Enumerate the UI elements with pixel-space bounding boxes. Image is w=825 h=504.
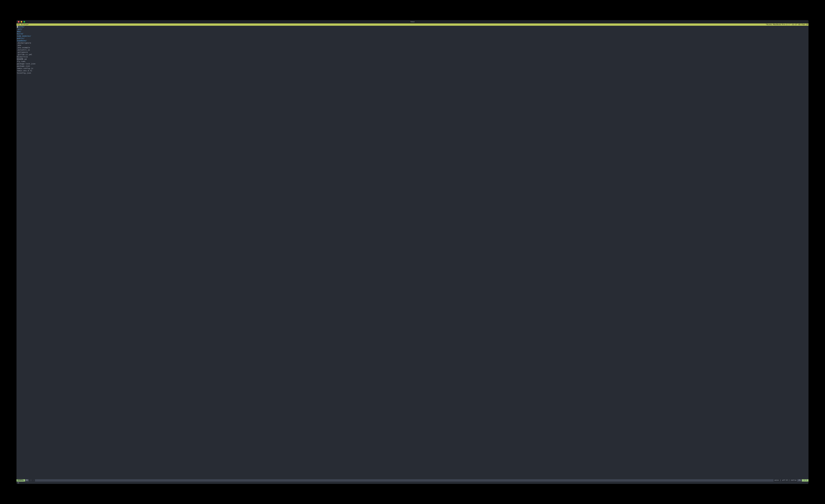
- empty-line: [17, 134, 808, 137]
- editor-content[interactable]: .cache/ .git/app/build/node_modules/publ…: [16, 26, 809, 479]
- empty-line: [17, 81, 808, 83]
- netrw-entry[interactable]: public/: [17, 37, 808, 40]
- netrw-entry[interactable]: README.md: [17, 58, 808, 60]
- empty-line: [17, 77, 808, 79]
- empty-line: [17, 97, 808, 100]
- empty-line: [17, 144, 808, 146]
- netrw-entry[interactable]: build/: [17, 33, 808, 35]
- minimize-button[interactable]: [21, 21, 22, 23]
- close-button[interactable]: [18, 21, 19, 23]
- tmux-session-info[interactable]: [0] 0:nvim*: [17, 23, 29, 26]
- empty-line: [17, 106, 808, 109]
- command-line[interactable]: :q: [16, 482, 809, 484]
- empty-line: [17, 121, 808, 123]
- netrw-entry[interactable]: fly.toml: [17, 60, 808, 63]
- empty-line: [17, 137, 808, 139]
- empty-line: [17, 74, 808, 77]
- netrw-entry[interactable]: .dockerignore: [17, 42, 808, 44]
- cursor: .: [17, 26, 18, 28]
- netrw-entry[interactable]: package.json: [17, 65, 808, 67]
- scroll-percent: 4%: [797, 479, 802, 482]
- empty-line: [17, 150, 808, 153]
- netrw-entry[interactable]: tsconfig.json: [17, 72, 808, 74]
- titlebar: tmux: [16, 20, 809, 23]
- empty-line: [17, 93, 808, 95]
- netrw-entry[interactable]: Dockerfile: [17, 56, 808, 58]
- netrw-entry[interactable]: supabase/: [17, 40, 808, 42]
- empty-line: [17, 90, 808, 93]
- empty-line: [17, 118, 808, 121]
- vim-statusline: NORMAL RO || - unix | utf-8 | netrw 4% 1…: [16, 479, 809, 482]
- empty-line: [17, 104, 808, 106]
- netrw-entry[interactable]: package-lock.json: [17, 63, 808, 65]
- empty-line: [17, 141, 808, 144]
- maximize-button[interactable]: [23, 21, 25, 23]
- netrw-entry[interactable]: .env: [17, 44, 808, 47]
- netrw-entry[interactable]: remix.config.js: [17, 67, 808, 70]
- empty-line: [17, 123, 808, 125]
- empty-line: [17, 132, 808, 134]
- terminal-window: tmux [0] 0:nvim* "Nieks-MacBook-Pro-2.l"…: [16, 20, 809, 484]
- empty-line: [17, 109, 808, 111]
- empty-line: [17, 111, 808, 114]
- empty-line: [17, 139, 808, 141]
- empty-line: [17, 95, 808, 97]
- branch-indicator: || -: [29, 479, 35, 482]
- empty-line: [17, 100, 808, 102]
- empty-line: [17, 127, 808, 130]
- tmux-host-clock: "Nieks-MacBook-Pro-2.l" 21:17 05-Feb-24: [766, 23, 808, 26]
- readonly-indicator: RO: [25, 479, 29, 482]
- empty-line: [17, 102, 808, 104]
- empty-line: [17, 146, 808, 148]
- netrw-entry[interactable]: .gitignore: [17, 51, 808, 54]
- empty-line: [17, 125, 808, 127]
- file-encoding: unix | utf-8 | netrw: [773, 479, 797, 482]
- window-title: tmux: [410, 21, 415, 23]
- empty-line: [17, 116, 808, 118]
- empty-line: [17, 83, 808, 86]
- netrw-entry[interactable]: .gitlab-ci.yml: [17, 54, 808, 56]
- netrw-entry[interactable]: app/: [17, 30, 808, 33]
- tmux-statusbar: [0] 0:nvim* "Nieks-MacBook-Pro-2.l" 21:1…: [16, 23, 809, 26]
- mode-indicator: NORMAL: [16, 479, 25, 482]
- netrw-entry[interactable]: .git/: [17, 28, 808, 30]
- empty-line: [17, 148, 808, 150]
- cursor-position: 1:1: [802, 479, 809, 482]
- empty-line: [17, 86, 808, 88]
- netrw-entry-name: cache/: [18, 26, 24, 28]
- traffic-lights: [18, 21, 25, 23]
- netrw-entry[interactable]: node_modules/: [17, 35, 808, 37]
- empty-line: [17, 79, 808, 81]
- empty-line: [17, 88, 808, 90]
- netrw-entry[interactable]: remix.env.d.ts: [17, 70, 808, 72]
- netrw-entry-current[interactable]: .cache/: [17, 26, 808, 28]
- empty-line: [17, 114, 808, 116]
- empty-line: [17, 130, 808, 132]
- netrw-entry[interactable]: .env.example: [17, 47, 808, 49]
- netrw-entry[interactable]: .eslintrc.js: [17, 49, 808, 51]
- netrw-listing: .cache/ .git/app/build/node_modules/publ…: [17, 26, 808, 153]
